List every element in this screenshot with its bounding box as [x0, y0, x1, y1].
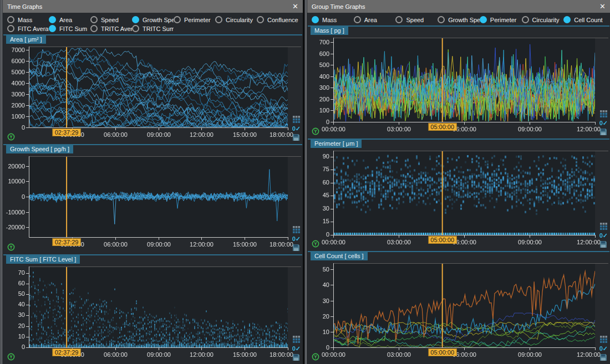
reset-zoom-icon[interactable]: [7, 353, 15, 361]
radio-tritc-sum[interactable]: TRITC Sum: [132, 25, 174, 32]
radio-circle-icon: [215, 16, 222, 23]
grid-view-icon[interactable]: [293, 116, 300, 124]
radio-tritc-average[interactable]: TRITC Average: [90, 25, 132, 32]
perimeter-chart-canvas[interactable]: [308, 147, 609, 252]
save-icon[interactable]: [599, 128, 607, 137]
overlay-count-toggle[interactable]: 0✓: [599, 120, 608, 126]
time-cursor-label[interactable]: 02:37:29: [53, 238, 81, 246]
y-tick-label: 5000: [12, 69, 25, 76]
radio-circle-icon: [7, 25, 14, 32]
mass-chart-section: Mass [ pg ] 05:00:00 0✓ 7006005004003002…: [307, 25, 610, 139]
radio-label: Speed: [406, 17, 424, 23]
radio-circle-icon: [90, 25, 98, 32]
area-chart-canvas[interactable]: [3, 43, 302, 144]
fitc-sum-chart-canvas[interactable]: [3, 263, 302, 364]
reset-zoom-icon[interactable]: [312, 240, 319, 248]
y-tick-label: 6000: [12, 58, 25, 65]
radio-growth-speed[interactable]: Growth Speed: [132, 16, 174, 23]
mass-chart: 05:00:00 0✓ 700600500400300200100000:00:…: [308, 34, 609, 139]
overlay-count-toggle[interactable]: 0✓: [292, 126, 301, 132]
y-tick-label: 400: [319, 73, 329, 80]
cell-count-chart-canvas[interactable]: [308, 260, 609, 364]
x-tick-label: 15:00:00: [233, 241, 257, 248]
radio-circle-icon: [90, 16, 98, 23]
y-tick-label: 30: [323, 298, 329, 305]
chart-title-tab: Growth Speed [ pg/h ]: [6, 145, 73, 153]
fitc-sum-chart-section: FITC Sum [ FITC Level ] 02:37:29 0✓ 7060…: [3, 254, 303, 364]
y-tick-label: 15: [323, 218, 329, 225]
y-tick-label: 30: [18, 311, 25, 319]
close-icon[interactable]: ✕: [599, 3, 606, 10]
y-tick-label: 20000: [8, 163, 25, 170]
save-icon[interactable]: [292, 353, 300, 362]
y-tick-label: 50: [323, 266, 329, 273]
mass-chart-canvas[interactable]: [308, 34, 609, 139]
radio-mass[interactable]: Mass: [7, 16, 49, 23]
titlebar[interactable]: Time Graphs ✕: [3, 0, 303, 13]
radio-label: Circularity: [532, 17, 560, 23]
y-tick-label: 0: [326, 231, 329, 238]
group-radio-mass[interactable]: Mass: [312, 16, 354, 23]
group-radio-speed[interactable]: Speed: [395, 16, 438, 23]
radio-label: Perimeter: [184, 17, 211, 23]
overlay-count-toggle[interactable]: 0✓: [599, 346, 608, 352]
radio-fitc-sum[interactable]: FITC Sum: [49, 25, 90, 32]
grid-view-icon[interactable]: [600, 336, 607, 344]
metric-radio-group: Mass Area Speed Growth Speed Perimeter C…: [3, 13, 303, 34]
time-cursor-label[interactable]: 05:00:00: [428, 236, 456, 244]
group-radio-perimeter[interactable]: Perimeter: [480, 16, 522, 23]
radio-label: Growth Speed: [448, 17, 480, 23]
reset-zoom-icon[interactable]: [7, 133, 15, 141]
reset-zoom-icon[interactable]: [7, 243, 15, 251]
cell-count-chart-section: Cell Count [ cells ] 05:00:00 0✓ 5040302…: [307, 251, 610, 364]
group-metric-radio-group: Mass Area Speed Growth Speed Perimeter C…: [307, 13, 610, 25]
time-cursor-label[interactable]: 05:00:00: [428, 348, 456, 356]
radio-label: Mass: [18, 17, 32, 23]
close-icon[interactable]: ✕: [292, 3, 298, 10]
grid-view-icon[interactable]: [600, 223, 607, 231]
radio-circle-icon: [49, 25, 56, 32]
radio-circle-icon: [132, 25, 139, 32]
grid-view-icon[interactable]: [293, 226, 300, 234]
reset-zoom-icon[interactable]: [312, 353, 319, 361]
radio-label: Confluence: [267, 17, 298, 23]
window-resize-grip[interactable]: [304, 0, 307, 364]
group-radio-cell-count[interactable]: Cell Count: [563, 16, 606, 23]
save-icon[interactable]: [292, 244, 300, 253]
time-cursor-label[interactable]: 02:37:29: [53, 129, 81, 136]
radio-confluence[interactable]: Confluence: [257, 16, 298, 23]
save-icon[interactable]: [292, 134, 300, 142]
reset-zoom-icon[interactable]: [312, 127, 319, 135]
chart-tools: 0✓: [292, 226, 301, 253]
x-tick-label: 18:00:00: [270, 241, 293, 248]
grid-view-icon[interactable]: [293, 336, 300, 344]
overlay-count-toggle[interactable]: 0✓: [292, 346, 301, 352]
radio-perimeter[interactable]: Perimeter: [174, 16, 215, 23]
radio-label: FITC Sum: [59, 25, 87, 32]
overlay-count-toggle[interactable]: 0✓: [599, 233, 608, 239]
save-icon[interactable]: [599, 353, 607, 362]
growth-speed-chart-canvas[interactable]: [3, 153, 302, 254]
radio-area[interactable]: Area: [49, 16, 90, 23]
save-icon[interactable]: [599, 240, 607, 249]
y-tick-label: 10000: [8, 178, 25, 185]
titlebar[interactable]: Group Time Graphs ✕: [307, 0, 610, 13]
x-tick-label: 12:00:00: [577, 239, 601, 246]
overlay-count-toggle[interactable]: 0✓: [292, 236, 301, 242]
x-tick-label: 09:00:00: [147, 241, 171, 248]
chart-header: Cell Count [ cells ]: [308, 251, 609, 260]
y-tick-label: 40: [323, 281, 329, 289]
grid-view-icon[interactable]: [600, 110, 607, 119]
radio-label: Area: [364, 17, 377, 23]
radio-circularity[interactable]: Circularity: [215, 16, 257, 23]
radio-label: Circularity: [226, 17, 253, 23]
group-radio-area[interactable]: Area: [354, 16, 396, 23]
radio-fitc-average[interactable]: FITC Average: [7, 25, 49, 32]
time-cursor-label[interactable]: 02:37:29: [53, 348, 81, 356]
group-radio-circularity[interactable]: Circularity: [522, 16, 564, 23]
group-radio-growth-speed[interactable]: Growth Speed: [438, 16, 480, 23]
window-resize-grip[interactable]: [0, 0, 3, 364]
radio-speed[interactable]: Speed: [90, 16, 132, 23]
time-cursor-label[interactable]: 05:00:00: [428, 123, 456, 131]
x-tick-label: 06:00:00: [104, 241, 128, 248]
